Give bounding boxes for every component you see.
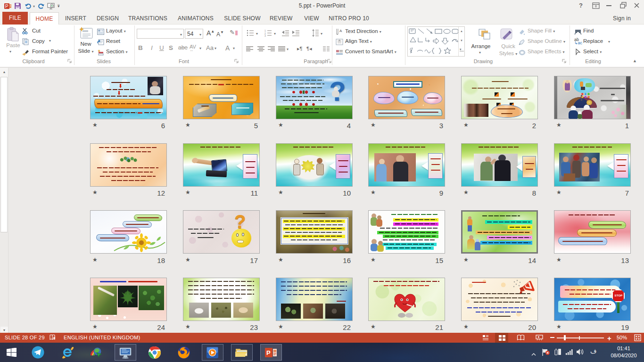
- svg-text:3: 3: [264, 34, 266, 37]
- svg-text:P: P: [5, 4, 8, 9]
- svg-text:P: P: [266, 349, 271, 356]
- svg-text:A: A: [339, 29, 342, 33]
